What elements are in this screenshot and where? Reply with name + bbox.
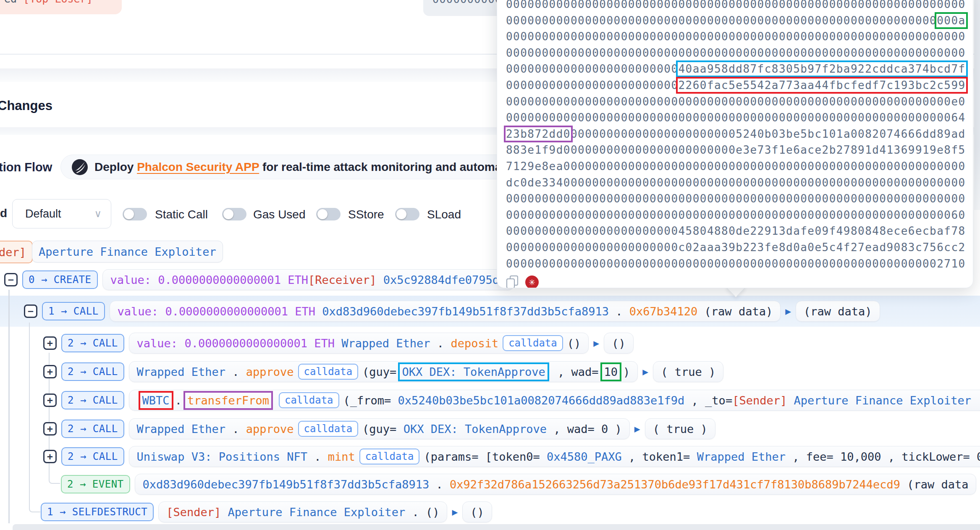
call-level-badge[interactable]: 1 → CALL (42, 302, 105, 320)
call-level-badge[interactable]: 2 → CALL (61, 391, 124, 409)
play-icon[interactable]: ▶ (452, 506, 458, 517)
call-level-badge[interactable]: 2 → CALL (61, 447, 124, 466)
result-pill[interactable]: ( true ) (653, 361, 723, 382)
trace-text-orange: 0x92f32d786a152663256d73a251370b6de93f17… (450, 478, 900, 491)
call-level-badge[interactable]: 2 → CALL (61, 334, 124, 352)
hex-segment: 45804880de22913dafe09f4980848ece6ecbaf78 (678, 225, 965, 237)
trace-row: +2 → CALLUniswap V3: Positions NFT . min… (43, 446, 980, 467)
trace-text-blue: Wrapped Ether (341, 337, 430, 350)
highlight-box-blue: OKX DEX: TokenApprove (400, 364, 547, 380)
call-summary-pill: value: 0.0000000000000001 ETH 0xd83d960d… (110, 301, 781, 322)
top-loser-label: ed [Top Loser] (4, 0, 93, 5)
call-summary-pill: value: 0.0000000000000001 ETH Wrapped Et… (129, 333, 589, 354)
trace-text-blue: Wrapped Ether (697, 450, 786, 463)
hex-segment: c02aaa39b223fe8d0a0e5c4f27ead9083c756cc2 (678, 241, 965, 254)
sender-tag[interactable]: [Sender] (0, 241, 33, 263)
sload-label: SLoad (427, 208, 461, 221)
trace-text-blue: 0x4580_PAXG (547, 450, 622, 463)
play-icon[interactable]: ▶ (634, 423, 640, 434)
copy-icon[interactable] (506, 275, 519, 288)
trace-text-dark: (guy= (362, 422, 404, 436)
trace-text-dark: (_from= (343, 394, 398, 407)
calldata-chip[interactable]: calldata (503, 335, 563, 351)
hex-line: 0000000000000000000000000000000000000000… (506, 110, 973, 126)
trace-text-dark: , wad= (551, 365, 599, 378)
trace-view-select[interactable]: Default ∨ (12, 199, 111, 228)
call-summary-pill: value: 0.0000000000000001 ETH[Receiver] … (102, 269, 514, 290)
right-edge-strip (974, 0, 980, 210)
trace-row: +2 → CALLWBTC.transferFromcalldata(_from… (43, 390, 980, 411)
tree-guideline-depth0 (8, 290, 10, 523)
calldata-chip[interactable]: calldata (359, 449, 420, 464)
trace-text-blue: Wrapped Ether (137, 422, 225, 436)
hex-line: 0000000000000000000000000000000000000000… (506, 0, 973, 13)
sstore-toggle[interactable] (316, 208, 341, 220)
expand-button[interactable]: + (43, 365, 57, 378)
calldata-chip[interactable]: calldata (298, 421, 359, 437)
hex-segment: 0000000000000000000000000000000000000000… (506, 209, 951, 221)
gas-used-toggle[interactable] (222, 208, 246, 220)
hex-segment: 0000000000000000000000000000000000000000… (506, 47, 966, 59)
hex-segment: e3e73f1e6ace2b27891d41369919e8f5 (736, 144, 965, 156)
trace-text-dark (221, 506, 228, 519)
trace-text-red: [Sender] (732, 394, 787, 407)
collapse-button[interactable]: − (24, 304, 37, 318)
phalcon-security-app-link[interactable]: Phalcon Security APP (137, 160, 259, 173)
highlight-box-green: 10 (602, 364, 620, 380)
expand-button[interactable]: + (43, 394, 57, 407)
hex-segment: 000000000000000000000000 (506, 63, 678, 75)
highlight-box-red: WBTC (140, 393, 172, 408)
trace-text-dark: . (225, 365, 246, 378)
top-loser-tag[interactable]: ed [Top Loser] (0, 0, 122, 14)
trace-text-dark: . (225, 422, 246, 436)
play-icon[interactable]: ▶ (593, 338, 599, 349)
trace-text-dark: () (567, 337, 581, 350)
trace-text-orange: approve (246, 365, 294, 378)
call-level-badge[interactable]: 1 → SELFDESTRUCT (41, 503, 154, 521)
sload-toggle[interactable] (395, 208, 419, 220)
trace-text-blue: Uniswap V3: Positions NFT (137, 450, 307, 463)
exploiter-address-tag[interactable]: Aperture Finance Exploiter (32, 241, 223, 262)
trace-text-dark: , token1= (622, 450, 697, 463)
hex-segment: 0000000000000000000000000000000000000000… (506, 111, 951, 124)
result-pill[interactable]: (raw data) (796, 301, 880, 322)
trace-text-dark: (raw data) (697, 305, 773, 318)
hex-segment: 0000000000000000000000000000000000000000… (506, 257, 937, 270)
result-pill[interactable]: () (604, 333, 634, 354)
hex-segment: 000000000000000000000000 (506, 79, 678, 92)
call-level-badge[interactable]: 2 → CALL (61, 362, 124, 381)
trace-text-purple: value: 0.0000000000000001 ETH (118, 305, 322, 318)
trace-row: 2 → EVENT0xd83d960debec397fb149b51f8f37d… (61, 474, 976, 495)
hex-segment: 0000000000000000000000000000000000000000… (506, 14, 937, 27)
hex-line: 0000000000000000000000000000000000000000… (506, 94, 973, 110)
static-call-toggle[interactable] (123, 208, 147, 220)
event-level-badge[interactable]: 2 → EVENT (61, 475, 130, 493)
hex-segment: 2710 (937, 257, 965, 270)
calldata-chip[interactable]: calldata (279, 392, 339, 408)
hex-highlight-purple: 23b872dd0 (506, 128, 571, 140)
signature-badge-icon[interactable]: ✳ (525, 275, 539, 288)
play-icon[interactable]: ▶ (642, 366, 648, 377)
call-level-badge[interactable]: 2 → CALL (61, 420, 124, 438)
expand-button[interactable]: + (43, 336, 57, 350)
expand-button[interactable]: + (43, 422, 57, 436)
collapse-button[interactable]: − (4, 273, 18, 286)
result-pill[interactable]: () (462, 501, 492, 522)
call-summary-pill: Uniswap V3: Positions NFT . mintcalldata… (129, 446, 980, 467)
expand-button[interactable]: + (43, 450, 57, 463)
call-summary-pill: 0xd83d960debec397fb149b51f8f37dd3b5cfa89… (135, 474, 977, 495)
trace-text-dark: . () (405, 506, 439, 519)
calldata-chip[interactable]: calldata (298, 364, 359, 380)
tree-guideline-depth1 (29, 323, 40, 512)
call-level-badge[interactable]: 0 → CREATE (22, 270, 98, 289)
trace-text-blue: OKX DEX: TokenApprove (404, 422, 547, 436)
trace-text-orange: mint (328, 450, 355, 463)
hex-highlight-red: 2260fac5e5542a773aa44fbcfedf7c193bc2c599 (678, 79, 965, 92)
trace-row: −1 → CALLvalue: 0.0000000000000001 ETH 0… (24, 301, 880, 322)
bottom-scroll-bar[interactable] (13, 524, 980, 530)
trace-row: +2 → CALLWrapped Ether . approvecalldata… (43, 418, 715, 439)
trace-row: −0 → CREATEvalue: 0.0000000000000001 ETH… (4, 269, 514, 290)
play-icon[interactable]: ▶ (785, 306, 791, 317)
trace-text-dark: , fee= 10,000 , tickLower= 0 (786, 450, 980, 463)
result-pill[interactable]: ( true ) (645, 418, 715, 439)
